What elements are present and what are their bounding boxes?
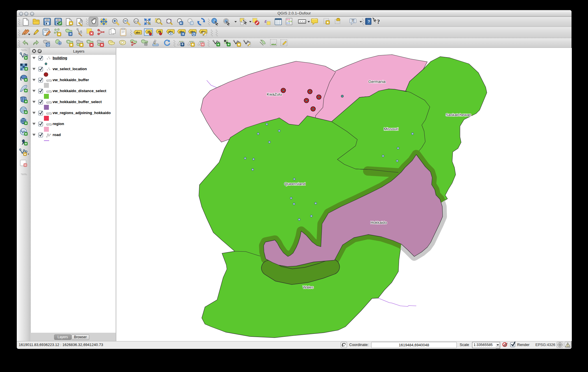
svg-text:1:1: 1:1 (134, 20, 138, 23)
svg-text:T: T (352, 19, 354, 23)
svg-text:KwaZulu: KwaZulu (267, 92, 282, 96)
svg-text:?: ? (368, 19, 370, 24)
svg-text:Wales: Wales (303, 285, 313, 289)
svg-text:Saskatchewan: Saskatchewan (446, 113, 471, 117)
svg-text:i: i (214, 19, 215, 23)
svg-text:Hokkaido: Hokkaido (371, 220, 387, 225)
svg-text:Germania: Germania (368, 79, 386, 84)
svg-text:Missouri: Missouri (384, 127, 398, 131)
svg-text:ε: ε (265, 18, 267, 24)
svg-text:?: ? (377, 18, 380, 25)
svg-text:Queensland: Queensland (284, 182, 306, 186)
